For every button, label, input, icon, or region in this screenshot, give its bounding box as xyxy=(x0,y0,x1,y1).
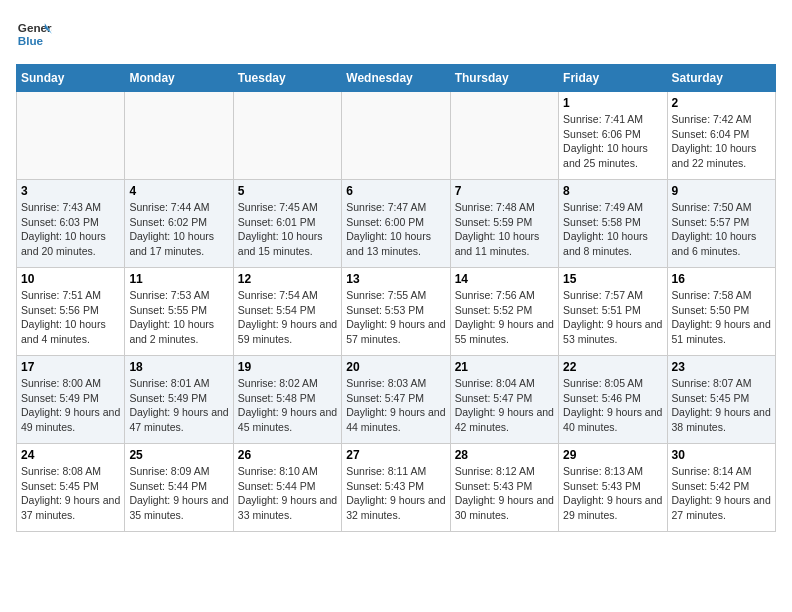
day-number: 6 xyxy=(346,184,445,198)
day-number: 28 xyxy=(455,448,554,462)
calendar-cell: 16Sunrise: 7:58 AM Sunset: 5:50 PM Dayli… xyxy=(667,268,775,356)
calendar-cell: 7Sunrise: 7:48 AM Sunset: 5:59 PM Daylig… xyxy=(450,180,558,268)
day-info: Sunrise: 8:00 AM Sunset: 5:49 PM Dayligh… xyxy=(21,376,120,435)
calendar-cell: 2Sunrise: 7:42 AM Sunset: 6:04 PM Daylig… xyxy=(667,92,775,180)
day-number: 11 xyxy=(129,272,228,286)
calendar-cell xyxy=(233,92,341,180)
calendar-cell: 12Sunrise: 7:54 AM Sunset: 5:54 PM Dayli… xyxy=(233,268,341,356)
day-info: Sunrise: 7:44 AM Sunset: 6:02 PM Dayligh… xyxy=(129,200,228,259)
day-number: 26 xyxy=(238,448,337,462)
day-number: 18 xyxy=(129,360,228,374)
day-number: 7 xyxy=(455,184,554,198)
day-number: 16 xyxy=(672,272,771,286)
calendar-cell: 6Sunrise: 7:47 AM Sunset: 6:00 PM Daylig… xyxy=(342,180,450,268)
calendar-cell: 26Sunrise: 8:10 AM Sunset: 5:44 PM Dayli… xyxy=(233,444,341,532)
day-info: Sunrise: 8:04 AM Sunset: 5:47 PM Dayligh… xyxy=(455,376,554,435)
page-header: General Blue xyxy=(16,16,776,52)
day-info: Sunrise: 7:48 AM Sunset: 5:59 PM Dayligh… xyxy=(455,200,554,259)
calendar-cell: 9Sunrise: 7:50 AM Sunset: 5:57 PM Daylig… xyxy=(667,180,775,268)
day-number: 13 xyxy=(346,272,445,286)
day-info: Sunrise: 7:41 AM Sunset: 6:06 PM Dayligh… xyxy=(563,112,662,171)
day-number: 2 xyxy=(672,96,771,110)
day-info: Sunrise: 8:07 AM Sunset: 5:45 PM Dayligh… xyxy=(672,376,771,435)
day-info: Sunrise: 7:57 AM Sunset: 5:51 PM Dayligh… xyxy=(563,288,662,347)
calendar-cell: 21Sunrise: 8:04 AM Sunset: 5:47 PM Dayli… xyxy=(450,356,558,444)
calendar-week-2: 3Sunrise: 7:43 AM Sunset: 6:03 PM Daylig… xyxy=(17,180,776,268)
day-number: 15 xyxy=(563,272,662,286)
day-info: Sunrise: 7:54 AM Sunset: 5:54 PM Dayligh… xyxy=(238,288,337,347)
day-number: 10 xyxy=(21,272,120,286)
day-info: Sunrise: 8:14 AM Sunset: 5:42 PM Dayligh… xyxy=(672,464,771,523)
col-header-saturday: Saturday xyxy=(667,65,775,92)
day-info: Sunrise: 7:55 AM Sunset: 5:53 PM Dayligh… xyxy=(346,288,445,347)
calendar-cell xyxy=(17,92,125,180)
day-info: Sunrise: 8:05 AM Sunset: 5:46 PM Dayligh… xyxy=(563,376,662,435)
day-number: 23 xyxy=(672,360,771,374)
day-info: Sunrise: 7:45 AM Sunset: 6:01 PM Dayligh… xyxy=(238,200,337,259)
day-number: 14 xyxy=(455,272,554,286)
svg-text:Blue: Blue xyxy=(18,34,44,47)
calendar-cell: 19Sunrise: 8:02 AM Sunset: 5:48 PM Dayli… xyxy=(233,356,341,444)
calendar-cell: 24Sunrise: 8:08 AM Sunset: 5:45 PM Dayli… xyxy=(17,444,125,532)
day-number: 12 xyxy=(238,272,337,286)
col-header-friday: Friday xyxy=(559,65,667,92)
day-number: 9 xyxy=(672,184,771,198)
calendar-cell: 5Sunrise: 7:45 AM Sunset: 6:01 PM Daylig… xyxy=(233,180,341,268)
day-number: 24 xyxy=(21,448,120,462)
day-info: Sunrise: 8:08 AM Sunset: 5:45 PM Dayligh… xyxy=(21,464,120,523)
calendar-cell: 14Sunrise: 7:56 AM Sunset: 5:52 PM Dayli… xyxy=(450,268,558,356)
col-header-sunday: Sunday xyxy=(17,65,125,92)
day-info: Sunrise: 8:02 AM Sunset: 5:48 PM Dayligh… xyxy=(238,376,337,435)
day-info: Sunrise: 7:51 AM Sunset: 5:56 PM Dayligh… xyxy=(21,288,120,347)
calendar-cell xyxy=(450,92,558,180)
calendar-cell: 13Sunrise: 7:55 AM Sunset: 5:53 PM Dayli… xyxy=(342,268,450,356)
calendar-cell: 15Sunrise: 7:57 AM Sunset: 5:51 PM Dayli… xyxy=(559,268,667,356)
calendar-cell: 4Sunrise: 7:44 AM Sunset: 6:02 PM Daylig… xyxy=(125,180,233,268)
day-info: Sunrise: 8:12 AM Sunset: 5:43 PM Dayligh… xyxy=(455,464,554,523)
col-header-tuesday: Tuesday xyxy=(233,65,341,92)
logo: General Blue xyxy=(16,16,52,52)
day-info: Sunrise: 8:09 AM Sunset: 5:44 PM Dayligh… xyxy=(129,464,228,523)
day-number: 29 xyxy=(563,448,662,462)
day-number: 22 xyxy=(563,360,662,374)
day-info: Sunrise: 7:47 AM Sunset: 6:00 PM Dayligh… xyxy=(346,200,445,259)
day-info: Sunrise: 8:03 AM Sunset: 5:47 PM Dayligh… xyxy=(346,376,445,435)
calendar-cell: 10Sunrise: 7:51 AM Sunset: 5:56 PM Dayli… xyxy=(17,268,125,356)
day-info: Sunrise: 8:13 AM Sunset: 5:43 PM Dayligh… xyxy=(563,464,662,523)
day-number: 20 xyxy=(346,360,445,374)
calendar-header-row: SundayMondayTuesdayWednesdayThursdayFrid… xyxy=(17,65,776,92)
day-number: 8 xyxy=(563,184,662,198)
day-number: 1 xyxy=(563,96,662,110)
calendar-cell: 17Sunrise: 8:00 AM Sunset: 5:49 PM Dayli… xyxy=(17,356,125,444)
col-header-monday: Monday xyxy=(125,65,233,92)
calendar-cell: 18Sunrise: 8:01 AM Sunset: 5:49 PM Dayli… xyxy=(125,356,233,444)
day-info: Sunrise: 7:49 AM Sunset: 5:58 PM Dayligh… xyxy=(563,200,662,259)
calendar-cell: 28Sunrise: 8:12 AM Sunset: 5:43 PM Dayli… xyxy=(450,444,558,532)
calendar-cell xyxy=(125,92,233,180)
calendar-cell: 3Sunrise: 7:43 AM Sunset: 6:03 PM Daylig… xyxy=(17,180,125,268)
day-number: 19 xyxy=(238,360,337,374)
day-number: 3 xyxy=(21,184,120,198)
calendar-cell: 23Sunrise: 8:07 AM Sunset: 5:45 PM Dayli… xyxy=(667,356,775,444)
calendar-cell: 30Sunrise: 8:14 AM Sunset: 5:42 PM Dayli… xyxy=(667,444,775,532)
day-number: 4 xyxy=(129,184,228,198)
calendar-cell: 11Sunrise: 7:53 AM Sunset: 5:55 PM Dayli… xyxy=(125,268,233,356)
calendar-week-4: 17Sunrise: 8:00 AM Sunset: 5:49 PM Dayli… xyxy=(17,356,776,444)
day-info: Sunrise: 7:43 AM Sunset: 6:03 PM Dayligh… xyxy=(21,200,120,259)
calendar-cell: 20Sunrise: 8:03 AM Sunset: 5:47 PM Dayli… xyxy=(342,356,450,444)
calendar-cell: 27Sunrise: 8:11 AM Sunset: 5:43 PM Dayli… xyxy=(342,444,450,532)
col-header-wednesday: Wednesday xyxy=(342,65,450,92)
day-number: 5 xyxy=(238,184,337,198)
calendar-cell: 8Sunrise: 7:49 AM Sunset: 5:58 PM Daylig… xyxy=(559,180,667,268)
day-info: Sunrise: 7:53 AM Sunset: 5:55 PM Dayligh… xyxy=(129,288,228,347)
calendar-cell: 25Sunrise: 8:09 AM Sunset: 5:44 PM Dayli… xyxy=(125,444,233,532)
day-info: Sunrise: 7:50 AM Sunset: 5:57 PM Dayligh… xyxy=(672,200,771,259)
calendar-cell: 29Sunrise: 8:13 AM Sunset: 5:43 PM Dayli… xyxy=(559,444,667,532)
day-info: Sunrise: 8:01 AM Sunset: 5:49 PM Dayligh… xyxy=(129,376,228,435)
col-header-thursday: Thursday xyxy=(450,65,558,92)
day-number: 25 xyxy=(129,448,228,462)
calendar-week-1: 1Sunrise: 7:41 AM Sunset: 6:06 PM Daylig… xyxy=(17,92,776,180)
day-number: 21 xyxy=(455,360,554,374)
calendar-cell: 1Sunrise: 7:41 AM Sunset: 6:06 PM Daylig… xyxy=(559,92,667,180)
calendar-week-3: 10Sunrise: 7:51 AM Sunset: 5:56 PM Dayli… xyxy=(17,268,776,356)
